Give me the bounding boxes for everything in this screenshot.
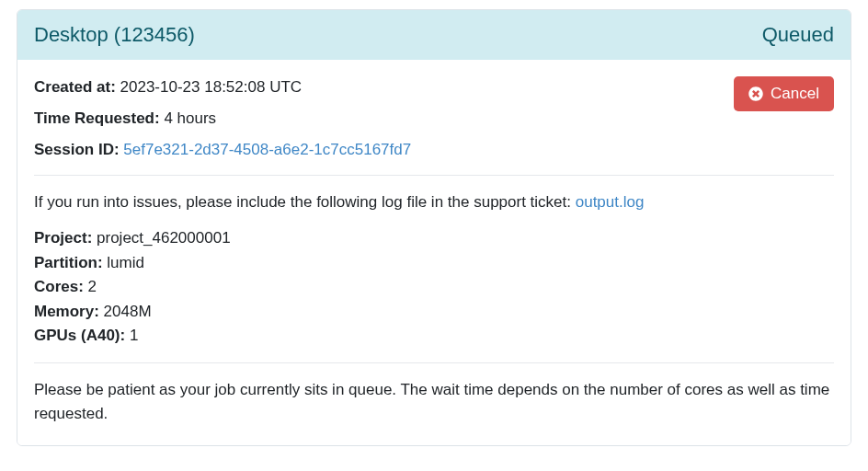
memory-label: Memory:: [34, 303, 99, 320]
divider: [34, 362, 834, 363]
gpus-value: 1: [130, 327, 138, 344]
created-at-label: Created at:: [34, 78, 116, 96]
job-title: Desktop (123456): [34, 23, 195, 47]
times-circle-icon: [748, 86, 763, 101]
cancel-button[interactable]: Cancel: [734, 76, 834, 111]
project-value: project_462000001: [97, 229, 231, 247]
session-id-label: Session ID:: [34, 141, 120, 158]
card-body: Created at: 2023-10-23 18:52:08 UTC Time…: [17, 60, 851, 445]
time-requested-label: Time Requested:: [34, 109, 160, 127]
created-at-line: Created at: 2023-10-23 18:52:08 UTC: [34, 76, 411, 98]
session-id-line: Session ID: 5ef7e321-2d37-4508-a6e2-1c7c…: [34, 139, 411, 161]
card-header: Desktop (123456) Queued: [17, 10, 851, 60]
project-line: Project: project_462000001: [34, 227, 834, 250]
log-file-link[interactable]: output.log: [576, 193, 645, 211]
time-requested-line: Time Requested: 4 hours: [34, 108, 411, 130]
memory-value: 2048M: [104, 303, 152, 320]
log-line: If you run into issues, please include t…: [34, 190, 834, 214]
partition-value: lumid: [107, 254, 144, 271]
session-id-link[interactable]: 5ef7e321-2d37-4508-a6e2-1c7cc5167fd7: [123, 141, 411, 158]
job-status: Queued: [762, 23, 834, 47]
job-card: Desktop (123456) Queued Created at: 2023…: [17, 9, 851, 446]
memory-line: Memory: 2048M: [34, 301, 834, 324]
project-label: Project:: [34, 229, 92, 247]
meta-list: Created at: 2023-10-23 18:52:08 UTC Time…: [34, 76, 411, 160]
gpus-line: GPUs (A40): 1: [34, 325, 834, 348]
cores-value: 2: [88, 278, 97, 295]
time-requested-value: 4 hours: [164, 109, 216, 127]
partition-label: Partition:: [34, 254, 103, 271]
divider: [34, 175, 834, 176]
cancel-label: Cancel: [771, 85, 819, 103]
cores-line: Cores: 2: [34, 276, 834, 299]
top-row: Created at: 2023-10-23 18:52:08 UTC Time…: [34, 76, 834, 160]
log-prefix: If you run into issues, please include t…: [34, 193, 576, 211]
created-at-value: 2023-10-23 18:52:08 UTC: [120, 78, 303, 96]
partition-line: Partition: lumid: [34, 252, 834, 275]
details-list: Project: project_462000001 Partition: lu…: [34, 227, 834, 348]
queue-message: Please be patient as your job currently …: [34, 378, 834, 425]
gpus-label: GPUs (A40):: [34, 327, 125, 344]
cores-label: Cores:: [34, 278, 84, 295]
